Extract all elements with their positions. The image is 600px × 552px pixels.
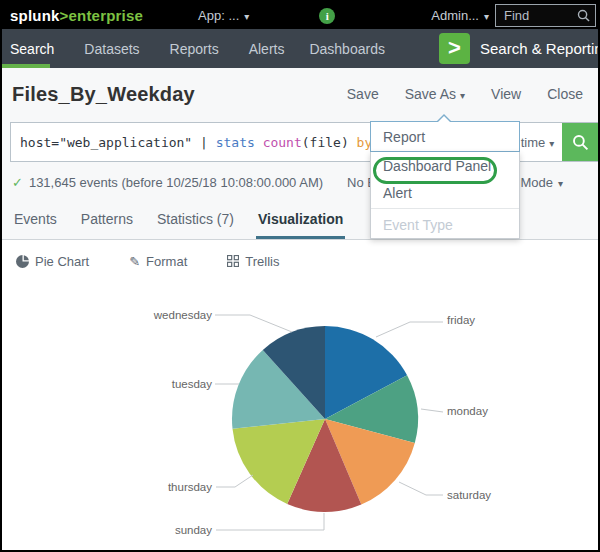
chevron-down-icon — [558, 175, 563, 190]
search-reporting-app-icon[interactable]: > — [439, 33, 470, 64]
search-icon — [577, 9, 590, 22]
chevron-down-icon — [244, 8, 249, 23]
pie-chart-panel: fridaymondaysaturdaysundaythursdaytuesda… — [2, 282, 598, 550]
label-leader-line — [216, 475, 253, 487]
label-leader-line — [421, 409, 443, 412]
app-menu-label: App: ... — [198, 8, 239, 23]
menu-item-event-type: Event Type — [371, 211, 519, 238]
find-search-box — [495, 4, 596, 27]
pie-chart[interactable]: fridaymondaysaturdaysundaythursdaytuesda… — [2, 282, 598, 548]
label-leader-line — [376, 322, 443, 337]
splunk-logo[interactable]: splunk>enterprise — [10, 7, 143, 24]
save-as-button[interactable]: Save As — [405, 86, 465, 102]
splunk-logo-arrow: > — [60, 7, 69, 24]
title-actions: Save Save As View Close — [347, 86, 583, 102]
tab-visualization[interactable]: Visualization — [256, 202, 345, 239]
dropdown-caret-icon — [436, 114, 452, 122]
active-nav-underline — [2, 64, 50, 68]
visualization-toolbar: Pie Chart Format Trellis — [2, 240, 598, 282]
events-count: 131,645 events (before 10/25/18 10:08:00… — [12, 175, 323, 190]
pie-label-monday: monday — [447, 405, 488, 417]
format-button[interactable]: Format — [129, 254, 187, 269]
label-leader-line — [216, 513, 324, 530]
pie-label-sunday: sunday — [175, 524, 212, 536]
admin-menu[interactable]: Admin... — [431, 8, 489, 23]
app-menu[interactable]: App: ... — [198, 8, 249, 23]
save-as-dropdown: Report Dashboard Panel Alert Event Type — [370, 113, 520, 239]
run-search-button[interactable] — [562, 123, 598, 161]
navbar-item-alerts[interactable]: Alerts — [249, 41, 285, 57]
navbar-item-search[interactable]: Search — [10, 41, 54, 57]
menu-item-report[interactable]: Report — [370, 121, 520, 152]
app-name-label[interactable]: Search & Reporting — [480, 40, 600, 57]
top-navbar: splunk>enterprise App: ... Admin... Help — [2, 2, 598, 29]
save-button[interactable]: Save — [347, 86, 379, 102]
navbar-item-reports[interactable]: Reports — [170, 41, 219, 57]
trellis-grid-icon — [227, 255, 239, 267]
view-button[interactable]: View — [491, 86, 521, 102]
trellis-button[interactable]: Trellis — [227, 254, 279, 269]
pie-label-saturday: saturday — [447, 489, 491, 501]
pie-label-thursday: thursday — [168, 481, 212, 493]
pie-label-friday: friday — [447, 314, 475, 326]
menu-divider — [371, 208, 519, 209]
chevron-down-icon — [484, 8, 489, 23]
label-leader-line — [399, 482, 443, 495]
chart-type-button[interactable]: Pie Chart — [16, 254, 89, 269]
admin-menu-label: Admin... — [431, 8, 479, 23]
chevron-down-icon — [549, 135, 554, 150]
tab-statistics[interactable]: Statistics (7) — [155, 202, 236, 239]
app-navbar: Search Datasets Reports Alerts Dashboard… — [2, 29, 598, 68]
close-button[interactable]: Close — [547, 86, 583, 102]
page-title: Files_By_Weekday — [12, 83, 195, 106]
navbar-item-datasets[interactable]: Datasets — [84, 41, 139, 57]
menu-item-alert[interactable]: Alert — [371, 179, 519, 206]
find-input[interactable] — [496, 8, 577, 23]
app-window: splunk>enterprise App: ... Admin... Help… — [0, 0, 600, 552]
pie-chart-icon — [16, 255, 29, 268]
chevron-down-icon — [460, 86, 465, 102]
tab-patterns[interactable]: Patterns — [79, 202, 135, 239]
label-leader-line — [215, 315, 292, 332]
menu-item-dashboard-panel[interactable]: Dashboard Panel — [371, 152, 519, 179]
pencil-icon — [129, 254, 140, 269]
info-icon[interactable] — [319, 8, 335, 24]
pie-label-tuesday: tuesday — [172, 378, 213, 390]
search-icon — [572, 134, 589, 151]
check-icon — [12, 175, 23, 190]
navbar-item-dashboards[interactable]: Dashboards — [309, 41, 385, 57]
pie-label-wednesday: wednesday — [153, 309, 212, 321]
save-as-menu-body: Dashboard Panel Alert Event Type — [370, 152, 520, 239]
splunk-logo-product: enterprise — [69, 7, 144, 24]
splunk-logo-text: splunk — [10, 7, 60, 24]
tab-events[interactable]: Events — [12, 202, 59, 239]
